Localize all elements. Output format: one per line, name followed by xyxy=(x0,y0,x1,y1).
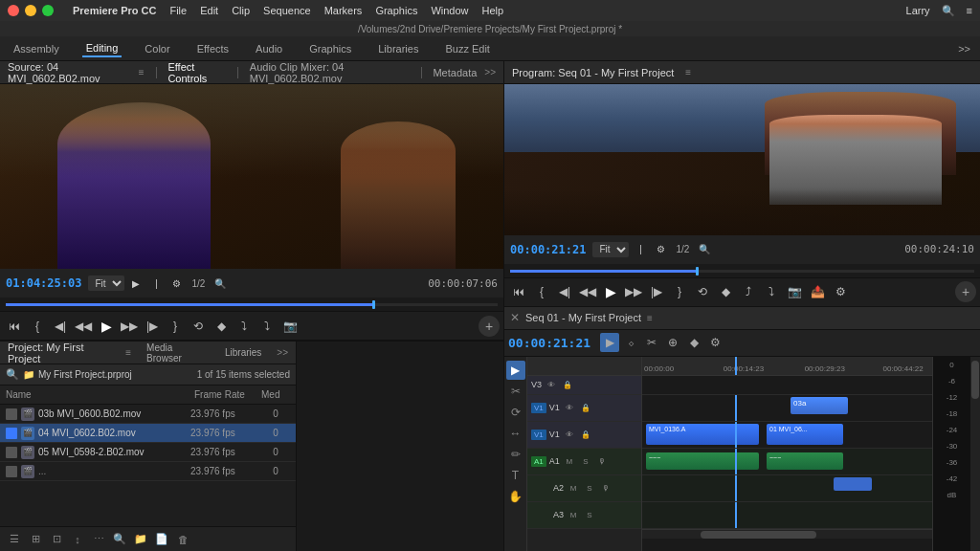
menu-item-app[interactable]: Premiere Pro CC xyxy=(73,5,156,16)
prog-transport-in[interactable]: { xyxy=(531,281,552,302)
transport-prev-edit-icon[interactable]: ◀| xyxy=(50,316,71,337)
track-v1-assign[interactable]: V1 xyxy=(531,430,546,440)
track-row-a1[interactable]: ~~~ ~~~ xyxy=(642,449,932,475)
menu-item-sequence[interactable]: Sequence xyxy=(263,5,311,16)
transport-rewind-icon[interactable]: ◀◀ xyxy=(73,316,94,337)
program-settings-icon[interactable]: ⚙ xyxy=(652,241,669,258)
prog-transport-prev[interactable]: ◀| xyxy=(554,281,575,302)
tl-tool-snap[interactable]: ⊕ xyxy=(663,333,682,352)
footer-sort[interactable]: ↕ xyxy=(69,531,86,548)
track-a1-assign[interactable]: A1 xyxy=(531,456,546,467)
transport-play-icon[interactable]: ▶ xyxy=(96,316,117,337)
timeline-h-scrollbar[interactable] xyxy=(642,529,932,539)
project-item-3[interactable]: 🎬 ... 23.976 fps 0 xyxy=(0,462,296,481)
track-a3-mute[interactable]: M xyxy=(567,508,580,521)
workspace-color[interactable]: Color xyxy=(141,41,173,56)
menu-item-clip[interactable]: Clip xyxy=(232,5,250,16)
clip-a1-audio2[interactable]: ~~~ xyxy=(767,452,843,470)
prog-transport-extract[interactable]: ⤵ xyxy=(761,281,782,302)
transport-in-icon[interactable]: { xyxy=(27,316,48,337)
maximize-button[interactable] xyxy=(42,5,54,16)
prog-transport-ff[interactable]: ▶▶ xyxy=(623,281,644,302)
transport-markers-icon[interactable]: ◆ xyxy=(211,316,232,337)
footer-delete[interactable]: 🗑 xyxy=(174,531,191,548)
clip-v1-01mvi06[interactable]: 01 MVI_06... xyxy=(767,424,843,445)
track-v3-eye[interactable]: 👁 xyxy=(545,378,558,391)
timeline-h-scroll-thumb[interactable] xyxy=(701,531,816,539)
track-v1-eye[interactable]: 👁 xyxy=(563,428,576,441)
track-v2-lock[interactable]: 🔒 xyxy=(579,401,592,414)
tab-audio-clip-mixer[interactable]: Audio Clip Mixer: 04 MVI_0602.B02.mov xyxy=(250,61,410,84)
track-row-v3[interactable] xyxy=(642,376,932,395)
track-v1-lock[interactable]: 🔒 xyxy=(579,428,592,441)
transport-add-button[interactable]: + xyxy=(479,316,500,337)
source-marker-icon[interactable]: | xyxy=(147,275,165,292)
project-item-1[interactable]: 🎬 04 MVI_0602.B02.mov 23.976 fps 0 xyxy=(0,424,296,443)
prog-transport-next[interactable]: |▶ xyxy=(646,281,667,302)
project-panel-overflow[interactable]: >> xyxy=(277,347,288,358)
track-a1-solo[interactable]: S xyxy=(579,454,592,468)
track-a2-mic[interactable]: 🎙 xyxy=(599,481,612,495)
close-button[interactable] xyxy=(8,5,19,16)
workspace-audio[interactable]: Audio xyxy=(252,41,286,56)
track-a1-mute[interactable]: M xyxy=(563,454,576,468)
track-a2-mute[interactable]: M xyxy=(567,481,580,495)
timeline-v-scrollbar[interactable] xyxy=(970,357,980,552)
footer-search[interactable]: 🔍 xyxy=(111,531,128,548)
program-playhead-thumb[interactable] xyxy=(696,267,699,276)
minimize-button[interactable] xyxy=(25,5,36,16)
source-fit-select[interactable]: Fit xyxy=(88,276,124,291)
source-header-menu-icon[interactable]: ≡ xyxy=(139,67,145,77)
tool-pen[interactable]: ✏ xyxy=(506,445,525,464)
tl-tool-select[interactable]: ▶ xyxy=(600,333,619,352)
prog-transport-step-back[interactable]: ⏮ xyxy=(508,281,529,302)
track-v2-assign[interactable]: V1 xyxy=(531,403,546,413)
prog-transport-out[interactable]: } xyxy=(669,281,690,302)
prog-transport-camera[interactable]: 📷 xyxy=(784,281,805,302)
tab-effect-controls[interactable]: Effect Controls xyxy=(167,61,226,84)
transport-camera-icon[interactable]: 📷 xyxy=(279,316,301,337)
tool-ripple[interactable]: ⟳ xyxy=(506,403,525,422)
tl-tool-track-select[interactable]: ⬦ xyxy=(621,333,640,352)
clip-a1-audio1[interactable]: ~~~ xyxy=(646,452,759,470)
prog-transport-export[interactable]: 📤 xyxy=(807,281,828,302)
source-zoom-icon[interactable]: 🔍 xyxy=(212,275,229,292)
tl-tool-razor[interactable]: ✂ xyxy=(642,333,661,352)
tool-slip[interactable]: ↔ xyxy=(506,424,525,443)
menu-item-graphics[interactable]: Graphics xyxy=(375,5,417,16)
prog-transport-play[interactable]: ▶ xyxy=(600,281,621,302)
prog-transport-add[interactable]: + xyxy=(955,281,976,302)
tl-tool-marker[interactable]: ◆ xyxy=(684,333,703,352)
prog-transport-rewind[interactable]: ◀◀ xyxy=(577,281,598,302)
source-playhead-track[interactable] xyxy=(6,303,498,306)
workspace-more[interactable]: >> xyxy=(958,43,970,55)
timeline-menu-icon[interactable]: ≡ xyxy=(647,313,653,323)
program-playhead-bar[interactable] xyxy=(504,264,980,277)
track-v3-lock[interactable]: 🔒 xyxy=(561,378,574,391)
track-v2-eye[interactable]: 👁 xyxy=(563,401,576,414)
workspace-effects[interactable]: Effects xyxy=(193,41,233,56)
track-row-v2[interactable]: 03a xyxy=(642,395,932,422)
timeline-close-icon[interactable]: ✕ xyxy=(510,311,520,324)
menu-icon[interactable]: ≡ xyxy=(967,5,972,16)
transport-overwrite-icon[interactable]: ⤵ xyxy=(256,316,278,337)
clip-a2-small[interactable] xyxy=(834,477,872,491)
workspace-editing[interactable]: Editing xyxy=(82,40,122,57)
tool-razor[interactable]: ✂ xyxy=(506,382,525,401)
menu-item-edit[interactable]: Edit xyxy=(200,5,218,16)
prog-transport-loop[interactable]: ⟲ xyxy=(692,281,713,302)
project-item-0[interactable]: 🎬 03b MVI_0600.B02.mov 23.976 fps 0 xyxy=(0,405,296,424)
clip-v2-03a[interactable]: 03a xyxy=(791,397,848,414)
program-header-menu[interactable]: ≡ xyxy=(685,67,691,77)
footer-icon-view[interactable]: ⊞ xyxy=(27,531,44,548)
transport-out-icon[interactable]: } xyxy=(165,316,186,337)
panel-overflow[interactable]: >> xyxy=(484,67,496,77)
track-a1-mic[interactable]: 🎙 xyxy=(595,454,609,468)
clip-v1-mvi0136[interactable]: MVI_0136.A xyxy=(646,424,759,445)
track-a3-solo[interactable]: S xyxy=(583,508,596,521)
program-zoom-icon[interactable]: 🔍 xyxy=(696,241,713,258)
prog-transport-lift[interactable]: ⤴ xyxy=(738,281,759,302)
footer-automate[interactable]: ⋯ xyxy=(90,531,107,548)
timeline-v-scroll-thumb[interactable] xyxy=(971,361,979,399)
workspace-graphics[interactable]: Graphics xyxy=(305,41,355,56)
